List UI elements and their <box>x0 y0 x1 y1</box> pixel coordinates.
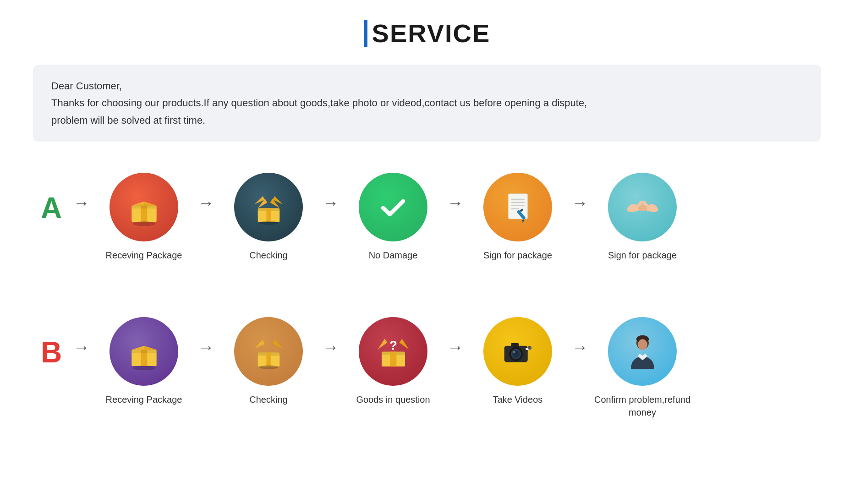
svg-rect-10 <box>508 193 528 219</box>
svg-marker-38 <box>399 339 411 349</box>
step-a5: Sign for package <box>592 173 693 262</box>
flow-section-b: B → Receving Package → <box>33 308 821 428</box>
sign-icon <box>498 188 537 227</box>
arrow-b4: → <box>572 317 588 357</box>
step-a3: No Damage <box>343 173 443 262</box>
step-b3-label: Goods in question <box>356 393 430 406</box>
package-icon-a1 <box>125 188 164 227</box>
step-b4: Take Videos <box>467 317 568 406</box>
page-title: SERVICE <box>372 18 491 48</box>
svg-point-50 <box>638 339 647 350</box>
svg-rect-36 <box>390 351 396 366</box>
handshake-icon <box>623 188 662 227</box>
svg-text:?: ? <box>389 338 397 352</box>
row-label-b: B <box>33 317 70 369</box>
flow-row-a: A → Receving P <box>33 164 821 271</box>
circle-b2 <box>234 317 303 386</box>
step-a2: Checking <box>218 173 319 262</box>
notice-line2: Thanks for choosing our products.If any … <box>51 94 803 111</box>
step-a4-label: Sign for package <box>483 249 552 262</box>
arrow-a2: → <box>323 173 339 213</box>
checkmark-icon <box>377 191 409 223</box>
question-box-icon: ? <box>374 332 413 371</box>
svg-marker-32 <box>273 340 285 348</box>
step-b5-label: Confirm problem,refund money <box>592 393 693 419</box>
circle-a2 <box>234 173 303 241</box>
step-a1: Receving Package <box>93 173 194 262</box>
arrow-b2: → <box>323 317 339 357</box>
circle-a5 <box>608 173 677 241</box>
notice-box: Dear Customer, Thanks for choosing our p… <box>33 65 821 142</box>
flow-section-a: A → Receving P <box>33 164 821 271</box>
step-a4: Sign for package <box>467 173 568 262</box>
arrow-a1: → <box>198 173 214 213</box>
circle-a3 <box>359 173 427 241</box>
step-b2: Checking <box>218 317 319 406</box>
row-divider <box>33 294 821 294</box>
step-b5: Confirm problem,refund money <box>592 317 693 419</box>
circle-a1 <box>109 173 178 241</box>
step-b1-label: Receving Package <box>106 393 182 406</box>
person-icon <box>623 332 662 371</box>
circle-b1 <box>109 317 178 386</box>
flow-row-b: B → Receving Package → <box>33 308 821 428</box>
svg-rect-14 <box>511 205 525 206</box>
circle-b4 <box>483 317 552 386</box>
open-box-icon-b2 <box>249 332 288 371</box>
svg-rect-2 <box>131 205 156 208</box>
svg-rect-41 <box>511 343 519 347</box>
arrow-a4: → <box>572 173 588 213</box>
svg-point-47 <box>527 345 531 350</box>
svg-rect-6 <box>266 208 271 222</box>
svg-rect-15 <box>511 208 519 209</box>
svg-marker-17 <box>521 219 525 223</box>
step-a1-label: Receving Package <box>106 249 182 262</box>
svg-rect-13 <box>511 202 525 203</box>
step-a2-label: Checking <box>249 249 287 262</box>
step-a3-label: No Damage <box>369 249 418 262</box>
step-a5-label: Sign for package <box>608 249 677 262</box>
open-box-icon-a2 <box>249 188 288 227</box>
svg-rect-12 <box>511 198 525 200</box>
circle-b3: ? <box>359 317 427 386</box>
package-icon-b1 <box>125 332 164 371</box>
step-b1: Receving Package <box>93 317 194 406</box>
svg-marker-31 <box>252 340 264 348</box>
arrow-a0: → <box>73 173 90 213</box>
step-b4-label: Take Videos <box>493 393 543 406</box>
svg-marker-37 <box>375 339 387 349</box>
circle-b5 <box>608 317 677 386</box>
svg-point-45 <box>513 351 515 353</box>
svg-point-9 <box>259 221 278 225</box>
arrow-b3: → <box>447 317 464 357</box>
page-header: SERVICE <box>364 18 491 48</box>
arrow-a3: → <box>447 173 464 213</box>
svg-point-3 <box>133 221 155 226</box>
circle-a4 <box>483 173 552 241</box>
notice-line3: problem will be solved at first time. <box>51 112 803 129</box>
svg-rect-30 <box>266 352 271 367</box>
row-label-a: A <box>33 173 70 225</box>
camera-icon <box>498 332 537 371</box>
arrow-b0: → <box>73 317 90 357</box>
header-accent-bar <box>364 20 367 47</box>
arrow-b1: → <box>198 317 214 357</box>
svg-point-33 <box>259 365 278 369</box>
svg-point-23 <box>638 205 647 211</box>
svg-point-27 <box>133 366 155 370</box>
step-b3: ? Goods in question <box>343 317 443 406</box>
svg-rect-26 <box>131 350 156 353</box>
step-b2-label: Checking <box>249 393 287 406</box>
notice-line1: Dear Customer, <box>51 77 803 94</box>
